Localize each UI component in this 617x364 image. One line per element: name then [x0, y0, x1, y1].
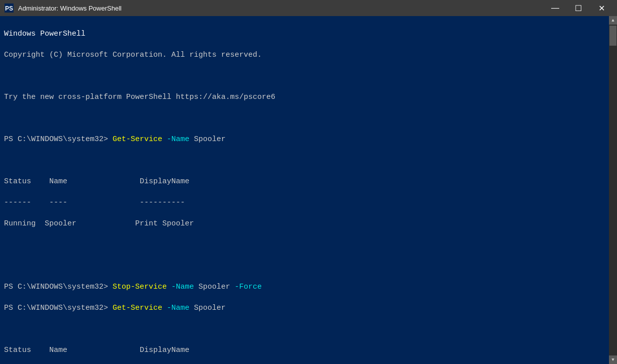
cmd1-name: Get-Service — [113, 135, 162, 144]
col-name-1: Name — [49, 177, 67, 186]
cmd1-arg: Spooler — [194, 135, 226, 144]
col-status-2: Status — [4, 346, 31, 354]
scroll-down-button[interactable]: ▼ — [609, 355, 617, 364]
col-display-2: DisplayName — [140, 346, 189, 354]
line-1: Windows PowerShell — [4, 29, 605, 39]
terminal-output[interactable]: Windows PowerShell Copyright (C) Microso… — [0, 16, 609, 364]
svg-text:PS: PS — [5, 5, 13, 12]
sep-name-1: ---- — [49, 198, 67, 207]
cmd2-line: PS C:\WINDOWS\system32> Stop-Service -Na… — [4, 282, 605, 292]
content-area: Windows PowerShell Copyright (C) Microso… — [0, 16, 617, 364]
line-2: Copyright (C) Microsoft Corporation. All… — [4, 50, 605, 60]
window-title: Administrator: Windows PowerShell — [18, 5, 544, 12]
minimize-button[interactable]: — — [544, 0, 567, 16]
line-3 — [4, 71, 605, 81]
row1-display: Print Spooler — [135, 219, 194, 228]
col-display-1: DisplayName — [140, 177, 189, 186]
col-status-1: Status — [4, 177, 31, 186]
prompt-1: PS C:\WINDOWS\system32> — [4, 135, 113, 144]
close-button[interactable]: ✕ — [590, 0, 613, 16]
scroll-track[interactable] — [609, 25, 617, 355]
blank-3 — [4, 261, 605, 271]
blank-4 — [4, 324, 605, 334]
line-4: Try the new cross-platform PowerShell ht… — [4, 92, 605, 102]
prompt-2: PS C:\WINDOWS\system32> — [4, 283, 113, 291]
cmd1-param: -Name — [162, 135, 194, 144]
cmd3-line: PS C:\WINDOWS\system32> Get-Service -Nam… — [4, 303, 605, 313]
cmd3-name: Get-Service — [113, 304, 162, 312]
cmd1-line: PS C:\WINDOWS\system32> Get-Service -Nam… — [4, 134, 605, 145]
cmd2-param2: -Force — [230, 283, 262, 291]
cmd3-arg: Spooler — [194, 304, 226, 312]
title-bar: PS Administrator: Windows PowerShell — ☐… — [0, 0, 617, 16]
window-controls: — ☐ ✕ — [544, 0, 613, 16]
scroll-thumb[interactable] — [609, 26, 616, 46]
prompt-3: PS C:\WINDOWS\system32> — [4, 304, 113, 312]
blank-1 — [4, 155, 605, 166]
row1-name: Spooler — [45, 219, 76, 228]
maximize-button[interactable]: ☐ — [567, 0, 590, 16]
blank-2 — [4, 239, 605, 250]
sep-status-1: ------ — [4, 198, 31, 207]
powershell-icon: PS — [4, 3, 14, 13]
powershell-window: PS Administrator: Windows PowerShell — ☐… — [0, 0, 617, 364]
row1-status: Running — [4, 219, 36, 228]
header-row-2: Status Name DisplayName — [4, 345, 605, 355]
header-row-1: Status Name DisplayName — [4, 176, 605, 187]
sep-row-1: ------ ---- ---------- — [4, 197, 605, 208]
sep-display-1: ---------- — [140, 198, 185, 207]
scrollbar: ▲ ▼ — [609, 16, 617, 364]
col-name-2: Name — [49, 346, 67, 354]
cmd2-param1: -Name — [167, 283, 198, 291]
cmd2-name: Stop-Service — [113, 283, 167, 291]
data-row-1: Running Spooler Print Spooler — [4, 218, 605, 229]
line-5 — [4, 113, 605, 124]
scroll-up-button[interactable]: ▲ — [609, 16, 617, 25]
cmd2-arg1: Spooler — [198, 283, 230, 291]
cmd3-param: -Name — [162, 304, 194, 312]
